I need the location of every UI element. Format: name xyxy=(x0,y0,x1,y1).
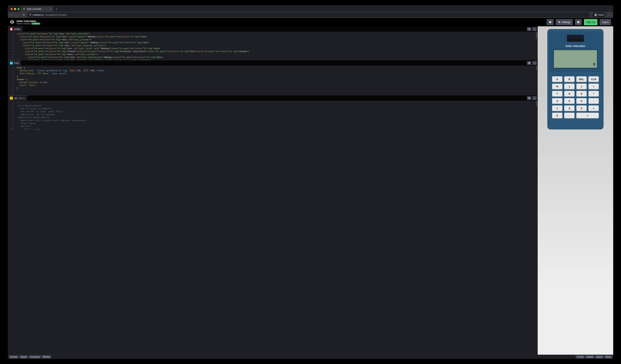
codepen-logo-icon[interactable] xyxy=(10,20,14,25)
window-controls xyxy=(10,8,21,12)
css-tab[interactable]: CSS xyxy=(8,60,21,65)
css-badge-icon xyxy=(10,62,13,64)
html-label: HTML xyxy=(14,28,21,31)
pen-title: Solar Calculator xyxy=(17,19,40,22)
reload-button[interactable]: ⟳ xyxy=(21,13,26,17)
html-panel: HTML ⌄ 12345678910 class="tk-punc"><clas… xyxy=(8,26,248,60)
js-tab[interactable]: () JS (Babel) xyxy=(8,95,27,101)
tab-strip: Solar Calculator × ＋ ⌄ xyxy=(8,5,248,12)
pen-author[interactable]: Sassja Ceballos xyxy=(17,22,30,25)
new-tab-button[interactable]: ＋ xyxy=(54,7,59,11)
follow-button[interactable]: + Follow xyxy=(31,22,40,25)
tab-close-icon[interactable]: × xyxy=(50,8,51,10)
js-badge-icon: () xyxy=(10,97,13,100)
js-editor[interactable]: 12345678910 /** Core Requirements: Can d… xyxy=(8,101,248,141)
codepen-header: Solar Calculator Sassja Ceballos + Follo… xyxy=(8,18,248,26)
js-panel-header: () JS (Babel) ⌄ xyxy=(8,95,248,101)
forward-button[interactable]: → xyxy=(16,13,20,17)
browser-tab[interactable]: Solar Calculator × xyxy=(21,6,53,12)
url-path: /sassjajc/pen/zNJgKg xyxy=(45,14,67,16)
svg-text:(): () xyxy=(11,97,12,99)
css-panel: CSS ⌄ 12345678910 body { background: lin… xyxy=(8,60,248,95)
css-editor[interactable]: 12345678910 body { background: linear-gr… xyxy=(8,65,248,95)
browser-window: Solar Calculator × ＋ ⌄ ← → ⟳ codepen.io/… xyxy=(8,5,248,141)
url-host: codepen.io xyxy=(33,14,44,16)
html-editor[interactable]: 12345678910 class="tk-punc"><class="tk-t… xyxy=(8,32,248,60)
editors-column: HTML ⌄ 12345678910 class="tk-punc"><clas… xyxy=(8,26,248,141)
js-sublabel: (Babel) xyxy=(18,97,25,99)
minimize-window-icon[interactable] xyxy=(14,8,16,10)
pen-title-block: Solar Calculator Sassja Ceballos + Follo… xyxy=(17,19,40,25)
back-button[interactable]: ← xyxy=(10,13,14,17)
js-label: JS xyxy=(14,97,17,100)
tab-title: Solar Calculator xyxy=(27,8,42,10)
close-window-icon[interactable] xyxy=(11,8,13,10)
js-panel: () JS (Babel) ⌄ 12345678910 /** Core Req… xyxy=(8,95,248,141)
html-badge-icon xyxy=(10,28,13,31)
css-label: CSS xyxy=(14,62,19,64)
html-tab[interactable]: HTML xyxy=(8,26,23,32)
lock-icon xyxy=(29,14,31,16)
address-bar: ← → ⟳ codepen.io/sassjajc/pen/zNJgKg Gue… xyxy=(8,12,248,18)
html-panel-header: HTML ⌄ xyxy=(8,26,248,32)
maximize-window-icon[interactable] xyxy=(17,8,19,10)
url-field[interactable]: codepen.io/sassjajc/pen/zNJgKg xyxy=(27,13,248,17)
codepen-favicon-icon xyxy=(23,8,25,10)
css-panel-header: CSS ⌄ xyxy=(8,60,248,65)
workspace: HTML ⌄ 12345678910 class="tk-punc"><clas… xyxy=(8,26,248,141)
